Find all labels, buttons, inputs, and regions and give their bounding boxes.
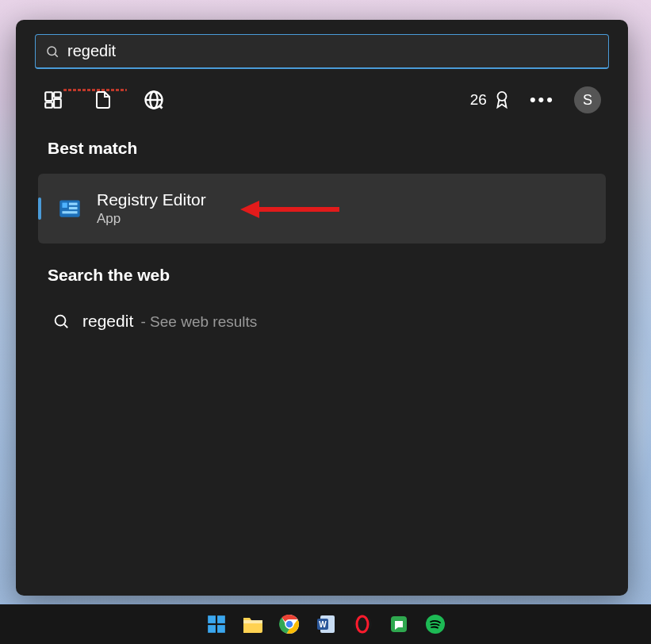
- svg-rect-23: [243, 620, 262, 623]
- svg-rect-14: [62, 211, 77, 213]
- svg-line-18: [64, 324, 67, 328]
- chat-app-icon[interactable]: [387, 612, 411, 636]
- word-icon[interactable]: W: [314, 612, 338, 636]
- svg-line-1: [55, 54, 57, 56]
- search-web-heading: Search the web: [16, 243, 628, 296]
- registry-editor-icon: [56, 194, 84, 223]
- svg-text:W: W: [319, 620, 327, 629]
- web-result-term: regedit: [82, 312, 133, 330]
- best-match-result[interactable]: Registry Editor App: [38, 174, 606, 243]
- svg-rect-4: [54, 99, 61, 108]
- svg-rect-13: [69, 207, 78, 209]
- svg-rect-11: [62, 203, 67, 208]
- best-match-heading: Best match: [16, 128, 628, 169]
- svg-point-0: [48, 47, 56, 56]
- svg-rect-21: [208, 625, 216, 633]
- search-box[interactable]: [35, 34, 609, 69]
- spellcheck-underline: [63, 89, 127, 91]
- documents-filter-icon[interactable]: [94, 90, 113, 110]
- svg-rect-12: [69, 203, 78, 205]
- more-options-button[interactable]: •••: [530, 91, 555, 109]
- svg-rect-3: [54, 92, 61, 98]
- start-search-panel: 26 ••• S Best match Registry Editor: [16, 20, 628, 596]
- user-avatar[interactable]: S: [574, 86, 601, 113]
- avatar-initial: S: [583, 92, 592, 109]
- file-explorer-icon[interactable]: [241, 612, 265, 636]
- rewards-points[interactable]: 26: [470, 90, 511, 110]
- opera-icon[interactable]: [350, 612, 374, 636]
- svg-rect-22: [217, 625, 225, 633]
- svg-rect-2: [45, 92, 52, 101]
- result-subtitle: App: [97, 211, 206, 227]
- search-input[interactable]: [67, 42, 599, 60]
- web-filter-icon[interactable]: [143, 89, 165, 111]
- taskbar: W: [0, 604, 651, 644]
- spotify-icon[interactable]: [423, 612, 447, 636]
- search-filter-row: 26 ••• S: [16, 69, 628, 128]
- rewards-medal-icon: [493, 90, 511, 110]
- selection-accent: [38, 197, 41, 220]
- svg-marker-16: [240, 201, 259, 218]
- svg-rect-5: [45, 102, 52, 108]
- chrome-icon[interactable]: [278, 612, 301, 636]
- web-search-result[interactable]: regedit - See web results: [16, 296, 628, 331]
- web-result-suffix: - See web results: [136, 313, 257, 330]
- apps-filter-icon[interactable]: [43, 90, 63, 110]
- result-title: Registry Editor: [97, 190, 206, 209]
- svg-point-9: [497, 92, 506, 101]
- start-button[interactable]: [205, 612, 228, 636]
- svg-rect-19: [208, 615, 216, 623]
- rewards-points-value: 26: [470, 91, 487, 109]
- svg-rect-20: [217, 615, 225, 623]
- svg-point-17: [56, 316, 66, 326]
- search-icon: [45, 44, 59, 59]
- search-icon: [52, 312, 70, 330]
- annotation-arrow-icon: [240, 197, 343, 221]
